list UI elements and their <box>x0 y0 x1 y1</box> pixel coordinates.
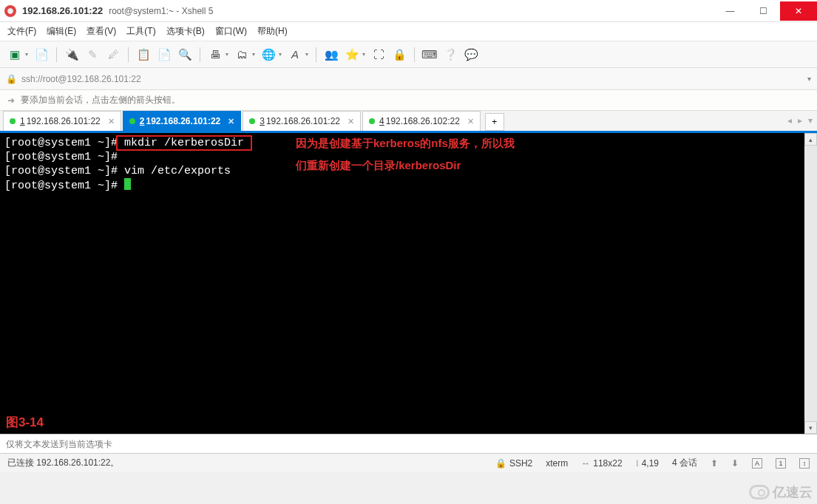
keyboard-icon[interactable]: ⌨ <box>421 46 438 64</box>
app-icon <box>4 5 16 17</box>
terminal-cursor <box>124 178 131 190</box>
print-icon[interactable]: 🖶 <box>206 46 224 64</box>
session-tab-3[interactable]: 3 192.168.26.101:22 ✕ <box>243 111 361 131</box>
menu-tools[interactable]: 工具(T) <box>126 25 155 38</box>
tab-number: 4 <box>379 116 384 126</box>
lock-icon[interactable]: 🔒 <box>390 46 408 64</box>
chat-icon[interactable]: 💬 <box>462 46 480 64</box>
send-input[interactable] <box>6 439 811 449</box>
tab-label: 192.168.26.102:22 <box>386 116 460 126</box>
dropdown-icon[interactable]: ▾ <box>226 51 228 58</box>
globe-icon[interactable]: 🌐 <box>260 46 277 64</box>
tab-number: 1 <box>20 116 25 126</box>
window-titlebar: 192.168.26.101:22 root@system1:~ - Xshel… <box>0 0 817 22</box>
tab-next-icon[interactable]: ▸ <box>798 115 802 126</box>
tab-close-icon[interactable]: ✕ <box>467 117 474 126</box>
address-text[interactable]: ssh://root@192.168.26.101:22 <box>21 74 807 84</box>
figure-label: 图3-14 <box>6 415 44 429</box>
status-term-type: xterm <box>546 458 568 469</box>
window-controls: — ☐ ✕ <box>713 1 817 21</box>
tab-close-icon[interactable]: ✕ <box>228 117 234 126</box>
session-tabstrip: 1 192.168.26.101:22 ✕ 2 192.168.26.101:2… <box>0 111 817 133</box>
tab-close-icon[interactable]: ✕ <box>348 117 354 126</box>
send-command-bar <box>0 434 817 453</box>
cursor-icon: ⁞ <box>636 458 639 469</box>
session-tab-4[interactable]: 4 192.168.26.102:22 ✕ <box>362 111 481 131</box>
open-icon[interactable]: 📄 <box>33 46 50 64</box>
session-tab-1[interactable]: 1 192.168.26.101:22 ✕ <box>3 111 121 131</box>
menu-edit[interactable]: 编辑(E) <box>47 25 76 38</box>
menu-help[interactable]: 帮助(H) <box>257 25 288 38</box>
close-button[interactable]: ✕ <box>780 1 817 21</box>
terminal-prompt: [root@system1 ~]# <box>4 137 118 149</box>
properties-icon[interactable]: 🖉 <box>104 46 122 64</box>
terminal-output[interactable]: [root@system1 ~]# mkdir /kerberosDir [ro… <box>0 133 804 434</box>
find-icon[interactable]: 🔍 <box>176 46 194 64</box>
toolbar: ▣▾ 📄 🔌 ✎ 🖉 📋 📄 🔍 🖶▾ 🗂▾ 🌐▾ A▾ 👥 ⭐▾ ⛶ 🔒 ⌨ … <box>0 41 817 68</box>
minimize-button[interactable]: — <box>713 1 747 21</box>
paste-icon[interactable]: 📄 <box>155 46 173 64</box>
fullscreen-icon[interactable]: ⛶ <box>370 46 387 64</box>
session-tab-2[interactable]: 2 192.168.26.101:22 ✕ <box>123 111 241 131</box>
status-bar: 已连接 192.168.26.101:22。 🔒SSH2 xterm ↔118x… <box>0 453 817 472</box>
separator <box>200 47 200 62</box>
window-title-sub: root@system1:~ - Xshell 5 <box>109 6 213 16</box>
lock-icon: 🔒 <box>6 74 17 84</box>
terminal-container: [root@system1 ~]# mkdir /kerberosDir [ro… <box>0 133 817 434</box>
lock-icon: 🔒 <box>495 458 506 469</box>
copy-icon[interactable]: 📋 <box>135 46 152 64</box>
watermark-icon <box>749 485 770 500</box>
separator <box>316 47 316 62</box>
status-dot-icon <box>249 118 255 124</box>
tab-close-icon[interactable]: ✕ <box>108 117 115 126</box>
disconnect-icon[interactable]: ✎ <box>84 46 101 64</box>
tab-nav-arrows: ◂ ▸ ▾ <box>787 115 813 126</box>
dropdown-icon[interactable]: ▾ <box>305 51 308 58</box>
scroll-down-icon[interactable]: ▾ <box>804 421 817 434</box>
status-ssh: 🔒SSH2 <box>495 458 532 469</box>
resize-icon: ↔ <box>581 458 590 469</box>
tab-menu-icon[interactable]: ▾ <box>808 115 813 126</box>
status-size: ↔118x22 <box>581 458 622 469</box>
terminal-line: [root@system1 ~]# vim /etc/exports <box>4 165 231 177</box>
status-cursor-pos: ⁞4,19 <box>636 458 659 469</box>
color-icon[interactable]: 🗂 <box>233 46 251 64</box>
address-dropdown-icon[interactable]: ▾ <box>807 75 811 83</box>
arrow-icon[interactable]: ➜ <box>7 95 15 106</box>
users-icon[interactable]: 👥 <box>322 46 340 64</box>
scroll-up-icon[interactable]: ▴ <box>804 133 817 146</box>
annotation-text-1: 因为是创建基于kerberos的nfs服务，所以我 <box>296 136 515 150</box>
dropdown-icon[interactable]: ▾ <box>25 51 28 58</box>
tab-label: 192.168.26.101:22 <box>27 116 101 126</box>
status-dot-icon <box>129 118 135 124</box>
maximize-button[interactable]: ☐ <box>747 1 780 21</box>
star-icon[interactable]: ⭐ <box>343 46 361 64</box>
terminal-scrollbar[interactable]: ▴ ▾ <box>804 133 817 434</box>
help-icon[interactable]: ❔ <box>441 46 459 64</box>
add-tab-button[interactable]: + <box>485 113 504 131</box>
menubar: 文件(F) 编辑(E) 查看(V) 工具(T) 选项卡(B) 窗口(W) 帮助(… <box>0 22 817 41</box>
reconnect-icon[interactable]: 🔌 <box>63 46 81 64</box>
tab-prev-icon[interactable]: ◂ <box>787 115 792 126</box>
menu-tabs[interactable]: 选项卡(B) <box>166 25 205 38</box>
terminal-prompt: [root@system1 ~]# <box>4 151 118 163</box>
scroll-track[interactable] <box>804 146 817 421</box>
menu-view[interactable]: 查看(V) <box>87 25 116 38</box>
dropdown-icon[interactable]: ▾ <box>252 51 255 58</box>
num-indicator: 1 <box>776 458 786 469</box>
info-text: 要添加当前会话，点击左侧的箭头按钮。 <box>21 94 180 106</box>
dropdown-icon[interactable]: ▾ <box>279 51 282 58</box>
tab-label: 192.168.26.101:22 <box>266 116 340 126</box>
tab-label: 192.168.26.101:22 <box>146 116 220 126</box>
annotation-text-2: 们重新创建一个目录/kerberosDir <box>296 158 461 172</box>
separator <box>128 47 129 62</box>
font-icon[interactable]: A <box>286 46 304 64</box>
menu-window[interactable]: 窗口(W) <box>215 25 247 38</box>
new-session-icon[interactable]: ▣ <box>6 46 24 64</box>
status-up-icon[interactable]: ⬆ <box>711 458 718 469</box>
status-dot-icon <box>10 118 16 124</box>
status-down-icon[interactable]: ⬇ <box>731 458 739 469</box>
caps-indicator: A <box>752 458 762 469</box>
dropdown-icon[interactable]: ▾ <box>362 51 365 58</box>
menu-file[interactable]: 文件(F) <box>7 25 36 38</box>
